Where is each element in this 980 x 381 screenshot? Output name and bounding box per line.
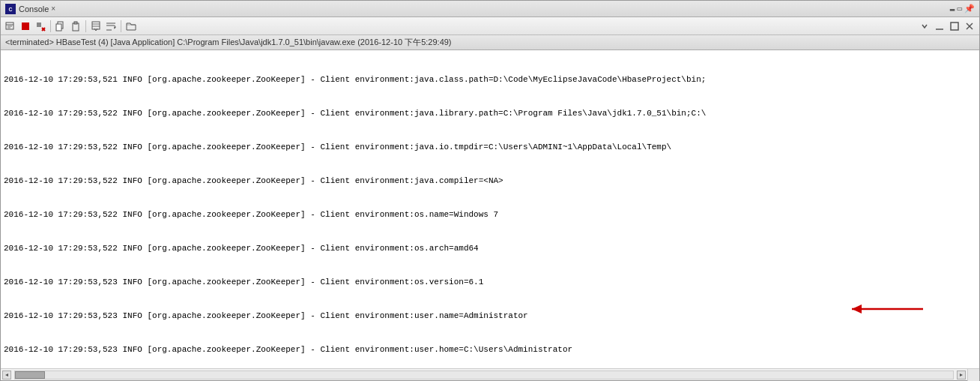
terminate-button[interactable]	[19, 20, 32, 33]
remove-terminated-button[interactable]	[34, 20, 47, 33]
title-bar: C Console × ▬ ▭ 📌	[1, 1, 979, 17]
open-file-button[interactable]	[124, 20, 138, 33]
title-tab: Console ×	[19, 4, 55, 14]
log-line: 2016-12-10 17:29:53,523 INFO [org.apache…	[4, 310, 976, 322]
eclipse-console-window: C Console × ▬ ▭ 📌	[0, 0, 980, 381]
svg-rect-2	[6, 22, 13, 29]
console-area: 2016-12-10 17:29:53,521 INFO [org.apache…	[1, 50, 979, 368]
horizontal-scrollbar-track[interactable]	[14, 370, 954, 380]
scroll-lock-button[interactable]	[89, 20, 103, 33]
toolbar-sep-3	[121, 20, 121, 32]
window-controls: ▬ ▭ 📌	[950, 4, 975, 14]
svg-text:C: C	[8, 7, 12, 12]
tab-console-label: Console	[19, 4, 49, 14]
tab-close-button[interactable]: ×	[51, 4, 55, 13]
console-toolbar	[1, 17, 979, 35]
log-line: 2016-12-10 17:29:53,522 INFO [org.apache…	[4, 176, 976, 187]
svg-rect-13	[74, 22, 77, 24]
copy-button[interactable]	[54, 20, 67, 33]
paste-button[interactable]	[69, 20, 82, 33]
log-line: 2016-12-10 17:29:53,521 INFO [org.apache…	[4, 74, 976, 86]
minimize-icon[interactable]: ▬	[950, 4, 955, 14]
close-view-button[interactable]	[963, 20, 976, 33]
maximize-view-button[interactable]	[948, 20, 961, 33]
svg-marker-26	[5, 374, 8, 376]
horizontal-scrollbar-thumb[interactable]	[15, 371, 45, 379]
minimize-view-button[interactable]	[933, 20, 946, 33]
log-line: 2016-12-10 17:29:53,522 INFO [org.apache…	[4, 243, 976, 254]
console-window-icon: C	[5, 4, 16, 14]
scrollbar-corner	[967, 369, 979, 381]
scroll-right-button[interactable]	[957, 370, 966, 380]
word-wrap-button[interactable]	[104, 20, 118, 33]
status-bar: <terminated> HBaseTest (4) [Java Applica…	[1, 35, 979, 50]
log-line: 2016-12-10 17:29:53,522 INFO [org.apache…	[4, 209, 976, 220]
svg-marker-27	[960, 374, 963, 376]
console-output[interactable]: 2016-12-10 17:29:53,521 INFO [org.apache…	[1, 50, 979, 368]
view-menu-button[interactable]	[918, 20, 931, 33]
scroll-left-button[interactable]	[2, 370, 11, 380]
toolbar-sep-2	[85, 20, 86, 32]
toolbar-sep-1	[50, 20, 51, 32]
svg-rect-6	[22, 22, 29, 30]
clear-console-button[interactable]	[4, 20, 17, 33]
log-line: 2016-12-10 17:29:53,523 INFO [org.apache…	[4, 277, 976, 288]
svg-rect-11	[56, 24, 61, 31]
bottom-scrollbar-area	[1, 368, 979, 380]
pin-icon[interactable]: 📌	[964, 4, 975, 14]
svg-rect-14	[92, 22, 100, 29]
title-left: C Console ×	[5, 4, 55, 14]
log-line: 2016-12-10 17:29:53,522 INFO [org.apache…	[4, 142, 976, 153]
svg-rect-21	[951, 22, 958, 30]
status-text: <terminated> HBaseTest (4) [Java Applica…	[5, 37, 452, 48]
maximize-icon[interactable]: ▭	[957, 4, 962, 14]
log-line: 2016-12-10 17:29:53,522 INFO [org.apache…	[4, 108, 976, 119]
log-line: 2016-12-10 17:29:53,523 INFO [org.apache…	[4, 344, 976, 356]
svg-rect-7	[37, 22, 41, 27]
